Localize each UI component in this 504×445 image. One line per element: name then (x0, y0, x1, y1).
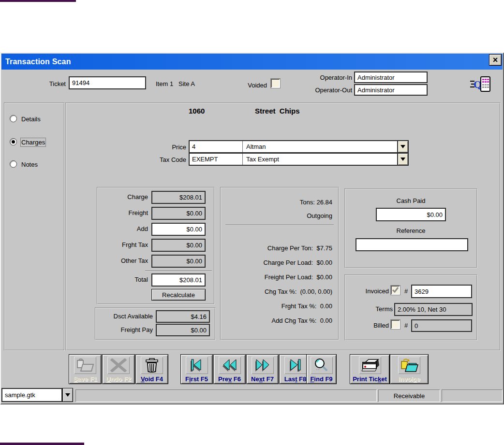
page: Transaction Scan × Ticket 91494 Item 1 S… (0, 0, 504, 445)
add-label: Add (100, 225, 148, 232)
total-label: Total (100, 276, 148, 283)
charge-per-load-line: Charge Per Load: $0.00 (225, 259, 332, 266)
undo-icon (107, 357, 130, 374)
first-record-icon (186, 357, 208, 374)
first-record-button[interactable]: First F5 (180, 354, 213, 384)
save-button[interactable]: Save F1 (69, 354, 102, 384)
item-site-label: Item 1 Site A (156, 80, 195, 87)
product-code: 1060 (189, 107, 205, 115)
reference-input[interactable] (356, 238, 468, 251)
charge-field: $208.01 (151, 191, 206, 204)
radio-charges[interactable] (10, 138, 17, 145)
cash-paid-input[interactable]: $0.00 (376, 208, 446, 221)
product-name: Street Chips (255, 107, 300, 115)
terms-label: Terms (344, 305, 393, 313)
checkmark-icon (392, 287, 399, 294)
tax-desc-field: Tax Exempt (243, 154, 397, 165)
freight-label: Freight (100, 209, 148, 216)
radio-charges-label[interactable]: Charges (21, 139, 45, 146)
add-chg-tax-pct-line: Add Chg Tax %: 0.00 (225, 317, 332, 324)
freight-field: $0.00 (151, 207, 206, 220)
last-record-icon (284, 357, 307, 374)
radio-notes-label[interactable]: Notes (21, 161, 38, 168)
window-titlebar[interactable]: Transaction Scan (1, 54, 503, 70)
invoice-folder-icon (398, 357, 420, 374)
printer-icon (359, 357, 381, 374)
close-button[interactable]: × (489, 54, 502, 66)
operator-in-label: Operator-In (304, 74, 352, 81)
tax-code-field[interactable]: EXEMPT (190, 154, 243, 165)
frght-tax-pct-line: Frght Tax %: 0.00 (225, 302, 332, 310)
tons-value: Tons: 26.84 (225, 199, 332, 206)
frght-tax-label: Frght Tax (100, 241, 148, 248)
void-button[interactable]: Void F4 (135, 354, 168, 384)
price-code-field[interactable]: 4 (190, 141, 243, 152)
status-panel-right (442, 389, 503, 402)
summary-separator (225, 225, 334, 226)
next-record-icon (252, 357, 274, 374)
radio-selected-dot (12, 140, 15, 144)
other-tax-field: $0.00 (151, 255, 206, 268)
file-combo-dropdown-button[interactable] (62, 388, 73, 402)
next-record-button[interactable]: Next F7 (246, 354, 279, 384)
previous-record-icon (219, 357, 241, 374)
operator-out-input[interactable]: Administrator (354, 84, 428, 96)
chevron-down-icon (400, 158, 405, 161)
file-combo-input[interactable]: sample.gtk (1, 388, 62, 402)
invoiced-number-sign: # (404, 287, 408, 295)
freight-pay-label: Freight Pay (97, 326, 153, 333)
invoiced-checkbox[interactable] (391, 286, 400, 295)
total-separator (145, 271, 212, 272)
radio-notes[interactable] (10, 160, 17, 168)
print-ticket-button[interactable]: Print Ticket (350, 354, 390, 384)
decorative-rule-bottom (0, 443, 84, 445)
save-icon (74, 357, 96, 374)
price-combo[interactable]: 4 Altman (189, 140, 409, 153)
find-button[interactable]: Find F9 (306, 354, 337, 384)
billed-number-field: 0 (411, 319, 472, 332)
voided-checkbox[interactable] (271, 79, 280, 88)
invoiced-number-input[interactable]: 3629 (411, 285, 472, 298)
operator-in-input[interactable]: Administrator (354, 72, 428, 83)
chevron-down-icon (65, 393, 70, 397)
freight-per-load-line: Freight Per Load: $0.00 (225, 273, 332, 281)
price-desc-field: Altman (243, 141, 397, 152)
dsct-available-field: $4.16 (156, 310, 210, 323)
status-panel-left (75, 389, 377, 402)
radio-details-label[interactable]: Details (21, 115, 41, 123)
transaction-scan-window: Transaction Scan × Ticket 91494 Item 1 S… (0, 52, 504, 404)
freight-pay-field: $0.00 (156, 324, 210, 336)
cash-paid-label: Cash Paid (344, 197, 477, 204)
invoice-button[interactable]: Invoice (390, 354, 429, 384)
dsct-available-label: Dsct Available (97, 313, 153, 320)
reference-label: Reference (344, 227, 477, 234)
billed-number-sign: # (404, 322, 408, 329)
radio-details[interactable] (10, 115, 17, 122)
add-input[interactable]: $0.00 (151, 223, 206, 236)
find-icon (311, 357, 333, 374)
trash-icon (141, 357, 163, 374)
ticket-input[interactable]: 91494 (69, 76, 146, 89)
tax-code-label: Tax Code (139, 156, 186, 163)
price-dropdown-button[interactable] (397, 141, 408, 152)
close-icon: × (493, 56, 498, 64)
tax-code-combo[interactable]: EXEMPT Tax Exempt (189, 153, 409, 166)
invoiced-label: Invoiced (344, 287, 389, 295)
recalculate-button[interactable]: Recalculate (151, 289, 206, 301)
status-panel-mode: Receivable (378, 389, 440, 402)
tax-dropdown-button[interactable] (397, 154, 408, 165)
total-input[interactable]: $208.01 (151, 273, 206, 287)
ticket-label: Ticket (19, 80, 66, 87)
charge-per-ton-line: Charge Per Ton: $7.75 (225, 244, 332, 252)
chg-tax-pct-line: Chg Tax %: (0.00, 0.00) (225, 288, 332, 295)
chevron-down-icon (400, 145, 405, 148)
previous-record-button[interactable]: Prev F6 (213, 354, 246, 384)
window-title: Transaction Scan (5, 57, 71, 66)
undo-button[interactable]: Undo F2 (102, 354, 135, 384)
billed-label: Billed (344, 322, 389, 329)
billed-checkbox[interactable] (391, 320, 400, 329)
operator-out-label: Operator-Out (304, 86, 352, 94)
quick-calc-icon[interactable]: Q (469, 75, 491, 93)
price-label: Price (139, 144, 186, 151)
decorative-rule-top (0, 0, 76, 2)
